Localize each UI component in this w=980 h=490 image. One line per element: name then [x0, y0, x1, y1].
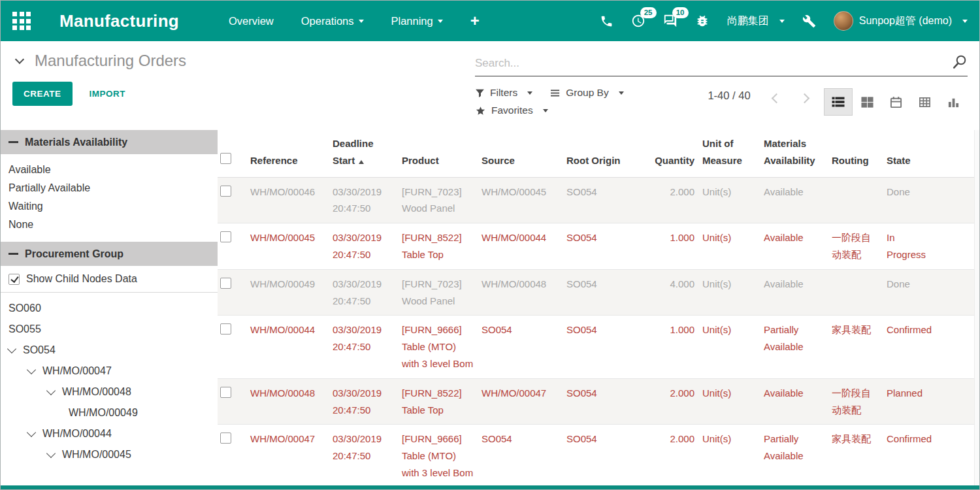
- chevron-down-icon: [359, 20, 364, 23]
- tree-item[interactable]: WH/MO/00049: [1, 402, 218, 423]
- col-header-deadline-start[interactable]: Deadline Start: [330, 130, 399, 177]
- tree-item[interactable]: SO054: [1, 340, 218, 361]
- sort-asc-icon: [359, 160, 364, 164]
- filters-dropdown[interactable]: Filters: [475, 87, 532, 99]
- tree-item[interactable]: SO060: [1, 298, 218, 319]
- chevron-down-icon[interactable]: [46, 385, 56, 395]
- create-button[interactable]: CREATE: [12, 82, 73, 106]
- cell-source: WH/MO/00045: [479, 177, 564, 223]
- company-menu[interactable]: 尚鹏集团: [727, 14, 785, 28]
- pivot-view-icon: [919, 96, 931, 108]
- row-checkbox[interactable]: [220, 433, 231, 444]
- view-graph-button[interactable]: [939, 88, 968, 116]
- tree-item[interactable]: WH/MO/00047: [1, 361, 218, 382]
- menu-operations[interactable]: Operations: [301, 15, 364, 27]
- row-checkbox[interactable]: [220, 231, 231, 242]
- cell-deadline-start: 03/30/2019 20:47:50: [330, 378, 399, 425]
- show-child-nodes-toggle[interactable]: Show Child Nodes Data: [1, 266, 218, 293]
- view-kanban-button[interactable]: [853, 88, 881, 116]
- row-checkbox[interactable]: [220, 387, 231, 398]
- add-menu-button[interactable]: +: [470, 12, 480, 30]
- cell-deadline-start: 03/30/2019 20:47:50: [330, 223, 399, 270]
- search-facets: Filters Group By Favorites: [475, 87, 624, 116]
- cell-root-origin: SO054: [564, 425, 647, 487]
- menu-overview-label: Overview: [229, 15, 274, 27]
- select-all-checkbox[interactable]: [220, 153, 231, 164]
- graph-view-icon: [947, 96, 960, 108]
- cell-product: [FURN_8522] Table Top: [399, 223, 479, 270]
- cell-unit-of-measure: Unit(s): [700, 223, 761, 270]
- row-checkbox[interactable]: [220, 323, 231, 335]
- col-header-routing[interactable]: Routing: [829, 130, 884, 177]
- star-icon: [475, 105, 486, 116]
- col-header-source[interactable]: Source: [479, 130, 564, 177]
- activities-button[interactable]: 25: [631, 14, 645, 28]
- pager-next-icon[interactable]: [800, 93, 810, 104]
- favorites-dropdown[interactable]: Favorites: [475, 105, 548, 116]
- filter-item-waiting[interactable]: Waiting: [1, 197, 218, 216]
- user-menu[interactable]: Sunpop超管 (demo): [834, 11, 968, 31]
- cell-root-origin: SO054: [564, 316, 647, 378]
- cell-materials-availability: Available: [761, 223, 829, 270]
- table-row[interactable]: WH/MO/00047 03/30/2019 20:47:50 [FURN_96…: [218, 425, 979, 487]
- col-header-product[interactable]: Product: [399, 130, 479, 177]
- view-calendar-button[interactable]: [881, 88, 910, 116]
- calendar-view-icon: [890, 96, 902, 108]
- col-header-quantity[interactable]: Quantity: [647, 130, 700, 177]
- col-header-materials-availability[interactable]: Materials Availability: [761, 130, 829, 177]
- chevron-down-icon[interactable]: [46, 448, 56, 457]
- table-row[interactable]: WH/MO/00045 03/30/2019 20:47:50 [FURN_85…: [218, 223, 979, 270]
- col-header-reference[interactable]: Reference: [248, 130, 330, 177]
- collapse-chevron-icon[interactable]: [15, 54, 24, 63]
- filter-item-partially-available[interactable]: Partially Available: [1, 179, 218, 197]
- chevron-down-icon[interactable]: [27, 365, 36, 374]
- debug-button[interactable]: [695, 14, 710, 28]
- apps-grid-icon[interactable]: [12, 12, 31, 30]
- chevron-down-icon[interactable]: [27, 427, 36, 436]
- cell-materials-availability: Available: [761, 269, 829, 316]
- tree-item[interactable]: WH/MO/00045: [1, 444, 218, 465]
- view-pivot-button[interactable]: [910, 88, 939, 116]
- col-header-unit-of-measure[interactable]: Unit of Measure: [700, 130, 761, 177]
- table-row[interactable]: WH/MO/00044 03/30/2019 20:47:50 [FURN_96…: [218, 316, 979, 378]
- search-input[interactable]: [475, 57, 947, 70]
- chevron-down-icon[interactable]: [7, 344, 16, 353]
- view-list-button[interactable]: [824, 88, 853, 116]
- filter-item-available[interactable]: Available: [1, 161, 218, 179]
- tree-item[interactable]: WH/MO/00048: [1, 382, 218, 402]
- magnifier-icon[interactable]: [952, 54, 968, 73]
- cell-materials-availability: Partially Available: [761, 316, 829, 378]
- cell-deadline-start: 03/30/2019 20:47:50: [330, 316, 399, 378]
- filter-item-none[interactable]: None: [1, 216, 218, 234]
- table-row[interactable]: WH/MO/00049 03/30/2019 20:47:50 [FURN_70…: [218, 269, 979, 316]
- phone-button[interactable]: [600, 14, 613, 28]
- cell-routing: 一阶段自动装配: [829, 223, 884, 270]
- group-by-dropdown[interactable]: Group By: [551, 87, 623, 99]
- menu-overview[interactable]: Overview: [229, 15, 274, 27]
- import-button[interactable]: IMPORT: [90, 89, 126, 99]
- col-header-root-origin[interactable]: Root Origin: [564, 130, 647, 177]
- cell-materials-availability: Available: [761, 177, 829, 223]
- cell-quantity: 1.000: [647, 223, 700, 270]
- chevron-down-icon: [543, 109, 548, 112]
- show-child-nodes-label: Show Child Nodes Data: [26, 273, 137, 285]
- pager-previous-icon[interactable]: [772, 93, 782, 104]
- settings-button[interactable]: [802, 14, 816, 28]
- row-checkbox[interactable]: [220, 186, 231, 197]
- avatar: [834, 11, 853, 31]
- cell-reference: WH/MO/00048: [248, 378, 330, 425]
- row-checkbox[interactable]: [220, 278, 231, 289]
- cell-unit-of-measure: Unit(s): [700, 378, 761, 425]
- favorites-label: Favorites: [491, 105, 533, 116]
- tree-item[interactable]: SO055: [1, 319, 218, 340]
- tree-item[interactable]: WH/MO/00044: [1, 423, 218, 444]
- control-panel: Manufacturing Orders CREATE IMPORT: [1, 41, 979, 130]
- menu-planning[interactable]: Planning: [391, 15, 443, 27]
- vertical-scrollbar[interactable]: [974, 130, 979, 487]
- company-name: 尚鹏集团: [727, 14, 769, 28]
- table-row[interactable]: WH/MO/00048 03/30/2019 20:47:50 [FURN_85…: [218, 378, 979, 425]
- col-header-state[interactable]: State: [884, 130, 941, 177]
- show-child-nodes-checkbox[interactable]: [8, 274, 20, 285]
- table-row[interactable]: WH/MO/00046 03/30/2019 20:47:50 [FURN_70…: [218, 177, 979, 223]
- messages-button[interactable]: 10: [663, 14, 678, 28]
